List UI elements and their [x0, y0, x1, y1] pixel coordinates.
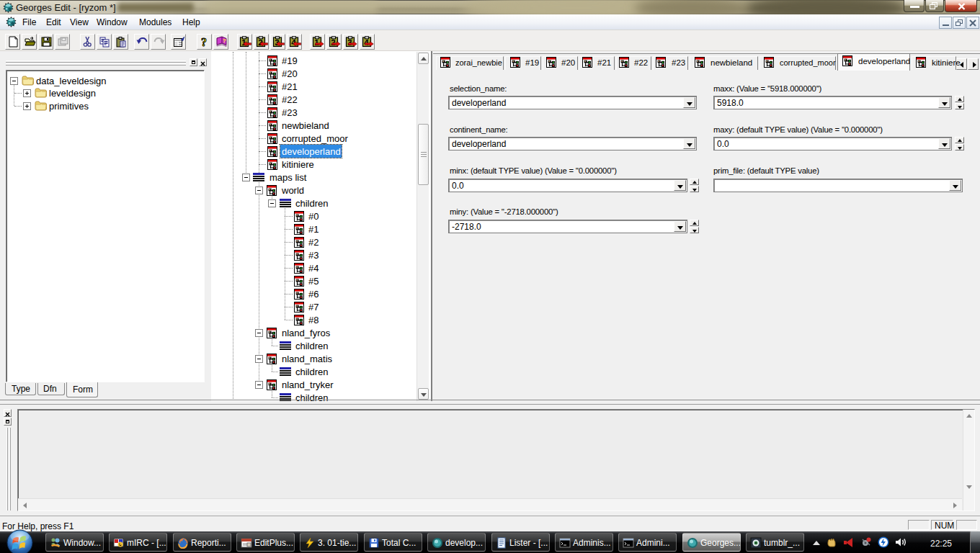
- svg-text:?: ?: [201, 36, 207, 48]
- svg-text:4: 4: [364, 38, 369, 47]
- svg-text:1: 1: [314, 38, 319, 47]
- svg-text:2: 2: [331, 38, 335, 47]
- svg-text:?: ?: [223, 37, 226, 44]
- svg-text:3: 3: [347, 38, 352, 47]
